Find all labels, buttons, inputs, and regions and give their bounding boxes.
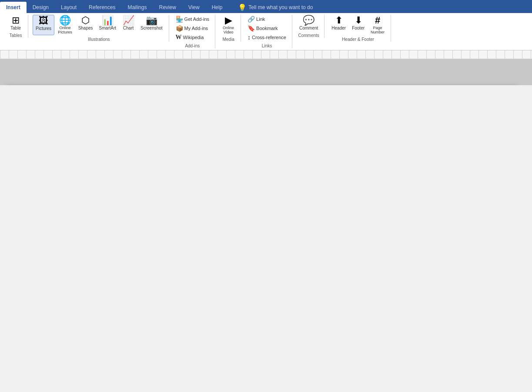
cross-reference-label: Cross-reference: [252, 35, 286, 40]
ruler-content: [0, 50, 532, 59]
btn-get-addins[interactable]: 🏪 Get Add-ins: [174, 15, 211, 23]
addins-items: 🏪 Get Add-ins 📦 My Add-ins W Wikipedia: [174, 15, 211, 42]
group-links: 🔗 Link 🔖 Bookmark ↕ Cross-reference Link…: [242, 15, 292, 48]
pictures-label: Pictures: [36, 26, 51, 31]
my-addins-icon: 📦: [176, 25, 183, 32]
get-addins-icon: 🏪: [176, 16, 183, 23]
ribbon-tab-bar: Insert Design Layout References Mailings…: [0, 0, 532, 13]
illustrations-items: 🖼 Pictures 🌐 OnlinePictures ⬡ Shapes 📊 S…: [33, 15, 165, 35]
wikipedia-icon: W: [176, 34, 182, 41]
btn-online-pictures[interactable]: 🌐 OnlinePictures: [55, 15, 75, 35]
group-comments-label: Comments: [297, 32, 321, 38]
ribbon-body: ⊞ Table Tables 🖼 Pictures 🌐 OnlinePictur…: [0, 13, 532, 50]
bulb-icon: 💡: [238, 3, 247, 12]
group-addins-label: Add-ins: [174, 43, 211, 48]
header-label: Header: [331, 26, 346, 30]
online-pictures-icon: 🌐: [59, 16, 71, 25]
bookmark-icon: 🔖: [248, 25, 255, 32]
group-media: ▶ OnlineVideo Media: [216, 15, 241, 42]
tab-review[interactable]: Review: [153, 2, 182, 13]
online-pictures-label: OnlinePictures: [58, 26, 72, 34]
tab-mailings[interactable]: Mailings: [121, 2, 153, 13]
screenshot-label: Screenshot: [141, 26, 163, 30]
group-header-footer-label: Header & Footer: [329, 36, 387, 42]
online-video-label: OnlineVideo: [223, 26, 234, 34]
group-illustrations-label: Illustrations: [33, 36, 165, 42]
word-background: [0, 59, 532, 85]
comments-items: 💬 Comment: [297, 15, 321, 31]
comment-icon: 💬: [303, 16, 315, 25]
btn-comment[interactable]: 💬 Comment: [297, 15, 321, 31]
get-addins-label: Get Add-ins: [184, 17, 209, 22]
page-number-label: PageNumber: [371, 26, 385, 34]
cross-reference-icon: ↕: [248, 34, 251, 41]
btn-smartart[interactable]: 📊 SmartArt: [97, 15, 119, 35]
tab-insert[interactable]: Insert: [0, 2, 27, 13]
smartart-label: SmartArt: [99, 26, 116, 30]
chart-label: Chart: [123, 26, 134, 30]
btn-page-number[interactable]: # PageNumber: [368, 15, 387, 35]
tab-view[interactable]: View: [182, 2, 206, 13]
chart-icon: 📈: [123, 16, 134, 25]
btn-pictures[interactable]: 🖼 Pictures: [33, 15, 54, 35]
page-number-icon: #: [375, 16, 380, 25]
tables-items: ⊞ Table: [7, 15, 24, 31]
tell-me-bar[interactable]: 💡 Tell me what you want to do: [233, 2, 532, 13]
btn-bookmark[interactable]: 🔖 Bookmark: [245, 24, 288, 33]
ruler: [0, 50, 532, 59]
tab-design[interactable]: Design: [27, 2, 55, 13]
btn-header[interactable]: ⬆ Header: [329, 15, 348, 35]
header-icon: ⬆: [335, 16, 343, 25]
btn-online-video[interactable]: ▶ OnlineVideo: [220, 15, 237, 35]
btn-chart[interactable]: 📈 Chart: [120, 15, 137, 35]
tab-help[interactable]: Help: [206, 2, 229, 13]
footer-icon: ⬇: [355, 16, 362, 25]
pictures-icon: 🖼: [39, 16, 48, 26]
tab-references[interactable]: References: [83, 2, 121, 13]
group-illustrations: 🖼 Pictures 🌐 OnlinePictures ⬡ Shapes 📊 S…: [29, 15, 169, 42]
group-header-footer: ⬆ Header ⬇ Footer # PageNumber Header & …: [325, 15, 391, 42]
btn-table[interactable]: ⊞ Table: [7, 15, 24, 31]
online-video-icon: ▶: [225, 16, 232, 25]
group-media-label: Media: [220, 36, 237, 42]
tell-me-text: Tell me what you want to do: [248, 4, 313, 10]
screenshot-icon: 📷: [146, 16, 157, 25]
btn-my-addins[interactable]: 📦 My Add-ins: [174, 24, 211, 33]
wikipedia-label: Wikipedia: [183, 35, 204, 40]
shapes-icon: ⬡: [81, 16, 90, 25]
ribbon: Insert Design Layout References Mailings…: [0, 0, 532, 50]
links-items: 🔗 Link 🔖 Bookmark ↕ Cross-reference: [245, 15, 288, 42]
group-tables-label: Tables: [7, 32, 24, 38]
bookmark-label: Bookmark: [256, 26, 278, 31]
comment-label: Comment: [299, 26, 318, 30]
table-label: Table: [10, 26, 21, 30]
media-items: ▶ OnlineVideo: [220, 15, 237, 35]
btn-cross-reference[interactable]: ↕ Cross-reference: [245, 33, 288, 42]
group-links-label: Links: [245, 43, 288, 48]
smartart-icon: 📊: [102, 16, 114, 25]
btn-footer[interactable]: ⬇ Footer: [349, 15, 367, 35]
btn-shapes[interactable]: ⬡ Shapes: [76, 15, 96, 35]
group-tables: ⊞ Table Tables: [3, 15, 28, 38]
table-icon: ⊞: [12, 16, 20, 25]
footer-label: Footer: [352, 26, 365, 30]
header-footer-items: ⬆ Header ⬇ Footer # PageNumber: [329, 15, 387, 35]
btn-wikipedia[interactable]: W Wikipedia: [174, 33, 211, 42]
btn-screenshot[interactable]: 📷 Screenshot: [138, 15, 165, 35]
tab-layout[interactable]: Layout: [55, 2, 83, 13]
group-comments: 💬 Comment Comments: [293, 15, 325, 38]
link-icon: 🔗: [248, 16, 255, 23]
shapes-label: Shapes: [78, 26, 93, 30]
btn-link[interactable]: 🔗 Link: [245, 15, 288, 23]
link-label: Link: [256, 17, 265, 22]
my-addins-label: My Add-ins: [184, 26, 208, 31]
group-addins: 🏪 Get Add-ins 📦 My Add-ins W Wikipedia A…: [170, 15, 215, 48]
